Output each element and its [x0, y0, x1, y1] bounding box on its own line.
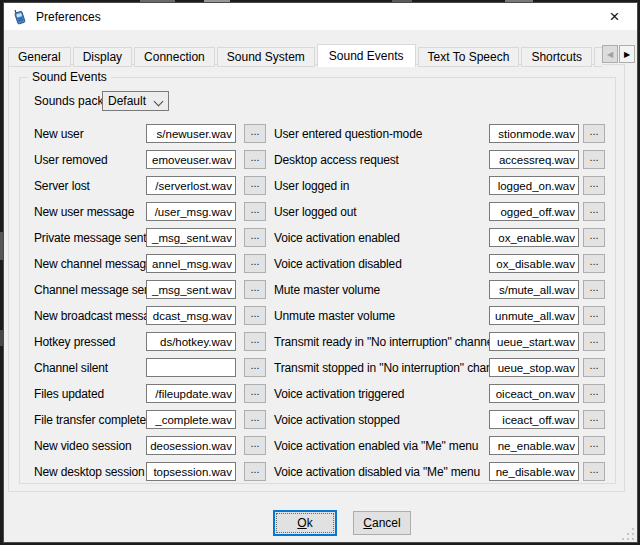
browse-button[interactable]: ...: [583, 358, 605, 377]
sound-file-input[interactable]: [146, 332, 236, 351]
event-label: Channel message sent: [34, 279, 154, 301]
event-label: Voice activation enabled: [274, 227, 400, 249]
sound-file-input[interactable]: [146, 176, 236, 195]
browse-button[interactable]: ...: [583, 384, 605, 403]
window-title: Preferences: [36, 10, 101, 24]
sound-file-input[interactable]: [146, 358, 236, 377]
browse-button[interactable]: ...: [583, 280, 605, 299]
groupbox-title: Sound Events: [28, 70, 111, 84]
sound-file-input[interactable]: [489, 176, 579, 195]
ok-button[interactable]: Ok: [273, 510, 337, 536]
sound-file-input[interactable]: [146, 254, 236, 273]
event-label: User removed: [34, 149, 108, 171]
tab-shortcuts[interactable]: Shortcuts: [521, 47, 592, 67]
sound-event-row: New channel message ... Voice activation…: [20, 252, 615, 278]
browse-button[interactable]: ...: [244, 306, 266, 325]
browse-button[interactable]: ...: [244, 410, 266, 429]
sound-file-input[interactable]: [489, 462, 579, 481]
event-label: Unmute master volume: [274, 305, 395, 327]
sound-event-row: Server lost ... User logged in ...: [20, 174, 615, 200]
tab-sound-system[interactable]: Sound System: [217, 47, 315, 67]
browse-button[interactable]: ...: [583, 254, 605, 273]
browse-button[interactable]: ...: [244, 436, 266, 455]
browse-button[interactable]: ...: [244, 254, 266, 273]
sound-file-input[interactable]: [146, 228, 236, 247]
browse-button[interactable]: ...: [244, 202, 266, 221]
tab-sound-events[interactable]: Sound Events: [317, 44, 416, 67]
sound-file-input[interactable]: [146, 306, 236, 325]
browse-button[interactable]: ...: [244, 384, 266, 403]
title-bar[interactable]: Preferences ×: [4, 3, 637, 30]
sound-file-input[interactable]: [489, 280, 579, 299]
event-label: Channel silent: [34, 357, 108, 379]
tab-connection[interactable]: Connection: [134, 47, 215, 67]
sound-file-input[interactable]: [489, 254, 579, 273]
sound-file-input[interactable]: [146, 410, 236, 429]
sound-event-row: New video session ... Voice activation e…: [20, 434, 615, 460]
sounds-pack-value: Default: [108, 94, 146, 108]
tab-video[interactable]: Video: [594, 47, 602, 67]
browse-button[interactable]: ...: [244, 228, 266, 247]
sound-file-input[interactable]: [489, 384, 579, 403]
browse-button[interactable]: ...: [583, 332, 605, 351]
sound-event-row: Hotkey pressed ... Transmit ready in "No…: [20, 330, 615, 356]
sound-file-input[interactable]: [489, 150, 579, 169]
event-label: User entered question-mode: [274, 123, 422, 145]
event-label: New user: [34, 123, 83, 145]
sound-file-input[interactable]: [146, 202, 236, 221]
close-button[interactable]: ×: [592, 3, 637, 30]
browse-button[interactable]: ...: [244, 150, 266, 169]
sound-file-input[interactable]: [489, 358, 579, 377]
sound-file-input[interactable]: [489, 436, 579, 455]
sound-file-input[interactable]: [489, 410, 579, 429]
sound-file-input[interactable]: [146, 280, 236, 299]
sound-file-input[interactable]: [146, 436, 236, 455]
cancel-button[interactable]: Cancel: [353, 511, 411, 535]
event-label: New broadcast message: [34, 305, 163, 327]
event-label: Mute master volume: [274, 279, 380, 301]
sounds-pack-select[interactable]: Default: [102, 91, 169, 111]
sound-event-row: New user ... User entered question-mode …: [20, 122, 615, 148]
browse-button[interactable]: ...: [583, 124, 605, 143]
tab-text-to-speech[interactable]: Text To Speech: [418, 47, 520, 67]
browse-button[interactable]: ...: [583, 462, 605, 481]
browse-button[interactable]: ...: [244, 176, 266, 195]
resize-grip[interactable]: [620, 526, 634, 540]
browse-button[interactable]: ...: [583, 410, 605, 429]
browse-button[interactable]: ...: [244, 462, 266, 481]
browse-button[interactable]: ...: [583, 228, 605, 247]
tab-display[interactable]: Display: [73, 47, 132, 67]
sound-file-input[interactable]: [146, 384, 236, 403]
tab-scroll-left-icon[interactable]: ◀: [602, 45, 618, 63]
browse-button[interactable]: ...: [244, 124, 266, 143]
sound-events-page: Sound Events Sounds pack Default New use…: [8, 64, 625, 492]
event-label: Transmit stopped in "No interruption" ch…: [274, 357, 508, 379]
sound-file-input[interactable]: [489, 306, 579, 325]
event-label: Voice activation disabled via "Me" menu: [274, 461, 480, 483]
sound-file-input[interactable]: [489, 202, 579, 221]
browse-button[interactable]: ...: [583, 306, 605, 325]
browse-button[interactable]: ...: [583, 202, 605, 221]
sound-file-input[interactable]: [146, 150, 236, 169]
event-label: Private message sent: [34, 227, 146, 249]
browse-button[interactable]: ...: [583, 150, 605, 169]
event-label: New channel message: [34, 253, 153, 275]
event-label: New user message: [34, 201, 134, 223]
sound-file-input[interactable]: [489, 228, 579, 247]
tab-general[interactable]: General: [8, 47, 71, 67]
sound-event-row: User removed ... Desktop access request …: [20, 148, 615, 174]
tab-scroll-right-icon[interactable]: ▶: [619, 45, 635, 63]
browse-button[interactable]: ...: [244, 358, 266, 377]
sound-file-input[interactable]: [489, 332, 579, 351]
browse-button[interactable]: ...: [244, 280, 266, 299]
sound-event-row: File transfer complete ... Voice activat…: [20, 408, 615, 434]
sound-file-input[interactable]: [146, 462, 236, 481]
browse-button[interactable]: ...: [244, 332, 266, 351]
event-label: New desktop session: [34, 461, 145, 483]
sound-file-input[interactable]: [146, 124, 236, 143]
sound-file-input[interactable]: [489, 124, 579, 143]
browse-button[interactable]: ...: [583, 436, 605, 455]
desktop-background: Preferences × GeneralDisplayConnectionSo…: [0, 0, 640, 545]
browse-button[interactable]: ...: [583, 176, 605, 195]
event-label: Voice activation enabled via "Me" menu: [274, 435, 478, 457]
